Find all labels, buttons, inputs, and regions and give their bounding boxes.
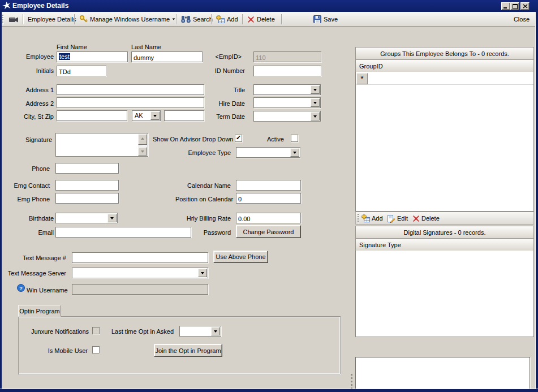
scroll-down-button[interactable] [138, 147, 147, 156]
add-icon [216, 15, 225, 24]
minimize-button[interactable] [501, 2, 510, 10]
signature-type-column-header[interactable]: Signature Type [355, 238, 534, 251]
initials-field[interactable] [57, 66, 106, 76]
chevron-down-icon [110, 217, 114, 219]
signatures-panel-header: Digital Signatures - 0 records. [355, 226, 534, 239]
email-field[interactable] [55, 227, 191, 238]
dropdown-button[interactable] [107, 214, 117, 222]
empid-field [253, 51, 321, 62]
dropdown-button[interactable] [311, 112, 320, 120]
phone-field[interactable] [55, 163, 119, 174]
signature-textarea[interactable] [55, 133, 148, 157]
splitter-grip[interactable] [351, 374, 352, 389]
window-border-right[interactable] [536, 12, 538, 392]
dropdown-button[interactable] [311, 85, 320, 94]
delete-button[interactable]: Delete [244, 13, 278, 25]
last-time-opt-in-asked-dropdown[interactable] [179, 326, 221, 337]
term-date-label: Term Date [200, 113, 245, 120]
selected-text: test [59, 53, 70, 60]
maximize-button[interactable] [510, 2, 519, 10]
is-mobile-user-checkbox[interactable] [92, 346, 100, 354]
close-button[interactable] [520, 2, 530, 10]
show-on-advisor-label: Show On Advisor Drop Down [153, 136, 232, 143]
save-icon [313, 15, 321, 23]
active-checkbox[interactable] [291, 135, 298, 142]
email-label: Email [8, 229, 54, 236]
tab-optin-program[interactable]: Optin Program [18, 305, 61, 317]
groups-delete-button[interactable]: Delete [412, 213, 440, 223]
first-name-field[interactable]: test [57, 51, 128, 62]
new-row-marker[interactable]: * [356, 73, 368, 84]
edit-icon [387, 214, 395, 223]
chevron-down-icon [313, 102, 317, 104]
text-message-number-field[interactable] [72, 252, 208, 263]
birthdate-dropdown[interactable] [55, 213, 118, 223]
address2-field[interactable] [57, 97, 204, 108]
toolbar-grip[interactable] [358, 214, 359, 223]
groups-add-button[interactable]: Add [361, 213, 383, 223]
groupid-column-header[interactable]: GroupID [355, 59, 534, 72]
signatures-list[interactable] [355, 251, 534, 337]
title-dropdown[interactable] [253, 84, 321, 95]
hrly-billing-rate-label: Hrly Billing Rate [180, 215, 231, 222]
delete-label: Delete [257, 16, 275, 23]
city-st-zip-label: City, St Zip [6, 113, 54, 120]
first-name-header: First Name [57, 44, 87, 51]
dropdown-button[interactable] [311, 98, 320, 107]
employee-details-button[interactable]: Employee Details [25, 13, 79, 25]
employee-details-label: Employee Details [28, 16, 76, 23]
zip-field[interactable] [164, 110, 204, 121]
chevron-down-icon [201, 272, 204, 274]
toolbar-grip[interactable] [2, 15, 3, 24]
position-on-calendar-field[interactable] [236, 193, 301, 204]
id-number-field[interactable] [253, 66, 321, 76]
save-button[interactable]: Save [311, 13, 341, 25]
notes-box[interactable] [355, 357, 530, 389]
emg-phone-field[interactable] [55, 193, 119, 204]
chevron-down-icon [173, 18, 175, 20]
junxure-notifications-checkbox[interactable] [92, 327, 100, 334]
hire-date-dropdown[interactable] [253, 97, 321, 108]
hrly-billing-rate-field[interactable] [236, 213, 301, 223]
signature-scrollbar[interactable] [138, 134, 147, 156]
change-password-button[interactable]: Change Password [236, 225, 301, 238]
help-icon[interactable]: ? [17, 284, 25, 293]
search-button[interactable]: Search [178, 13, 216, 25]
window-border-bottom[interactable] [0, 389, 538, 392]
window-border-left [0, 12, 2, 392]
emg-contact-field[interactable] [55, 180, 119, 191]
calendar-name-field[interactable] [236, 180, 301, 191]
record-nav-button[interactable] [6, 13, 22, 25]
add-button[interactable]: Add [213, 13, 241, 25]
close-form-button[interactable]: Close [511, 13, 532, 25]
last-name-field[interactable] [131, 51, 203, 62]
dropdown-button[interactable] [211, 327, 220, 335]
show-on-advisor-checkbox[interactable] [235, 135, 242, 142]
term-date-dropdown[interactable] [253, 111, 321, 122]
chevron-down-icon [214, 330, 217, 333]
state-value: AK [135, 112, 143, 119]
address1-field[interactable] [57, 84, 204, 95]
text-message-server-dropdown[interactable] [72, 268, 208, 278]
groups-list[interactable]: * [355, 72, 534, 212]
win-username-field [72, 284, 208, 295]
groups-edit-button[interactable]: Edit [387, 213, 408, 223]
city-field[interactable] [57, 110, 127, 121]
dropdown-button[interactable] [290, 148, 299, 157]
dropdown-button[interactable] [198, 269, 207, 277]
manage-windows-username-button[interactable]: Manage Windows Username [76, 13, 178, 25]
state-dropdown[interactable]: AK [132, 110, 161, 121]
add-label: Add [227, 16, 238, 23]
employee-label: Employee [8, 53, 54, 61]
join-opt-in-program-button[interactable]: Join the Opt in Program [154, 344, 222, 357]
text-message-server-label: Text Message Server [4, 270, 66, 277]
toolbar-separator [176, 14, 177, 24]
scrollbar-thumb[interactable] [138, 140, 147, 145]
arrow-down-icon [141, 150, 144, 153]
dropdown-button[interactable] [150, 111, 160, 120]
title-bar[interactable]: Employee Details [0, 0, 538, 12]
main-toolbar: Employee Details Manage Windows Username… [0, 12, 538, 27]
use-above-phone-button[interactable]: Use Above Phone [213, 251, 268, 263]
employee-type-dropdown[interactable] [236, 147, 300, 158]
id-number-label: ID Number [200, 67, 245, 75]
